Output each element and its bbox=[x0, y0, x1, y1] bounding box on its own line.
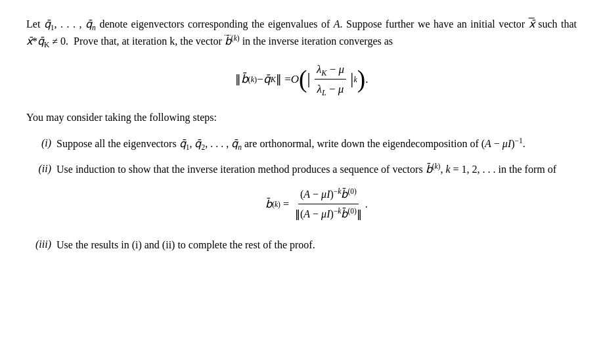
step-ii-equation: b̄(k) = (A − μI)−kb̄(0) ‖(A − μI)−kb̄(0)… bbox=[56, 186, 577, 222]
step-iii-label: (iii) bbox=[26, 237, 56, 252]
step-list: (i) Suppose all the eigenvectors q̄1, q̄… bbox=[26, 135, 577, 254]
step-i-label: (i) bbox=[26, 135, 56, 151]
main-content: Let q̄1, . . . , q̄n denote eigenvectors… bbox=[26, 16, 577, 254]
steps-intro: You may consider taking the following st… bbox=[26, 109, 577, 126]
step-ii: (ii) Use induction to show that the inve… bbox=[26, 161, 577, 227]
intro-paragraph: Let q̄1, . . . , q̄n denote eigenvectors… bbox=[26, 16, 577, 49]
step-i-content: Suppose all the eigenvectors q̄1, q̄2, .… bbox=[56, 135, 577, 152]
step-i: (i) Suppose all the eigenvectors q̄1, q̄… bbox=[26, 135, 577, 152]
step-iii: (iii) Use the results in (i) and (ii) to… bbox=[26, 237, 577, 254]
main-equation: ‖b̄(k) − q̄K‖ = O ( | λK − μ λL − μ | k … bbox=[26, 61, 577, 97]
step-ii-content: Use induction to show that the inverse i… bbox=[56, 161, 577, 227]
step-iii-content: Use the results in (i) and (ii) to compl… bbox=[56, 237, 577, 254]
step-ii-label: (ii) bbox=[26, 161, 56, 177]
